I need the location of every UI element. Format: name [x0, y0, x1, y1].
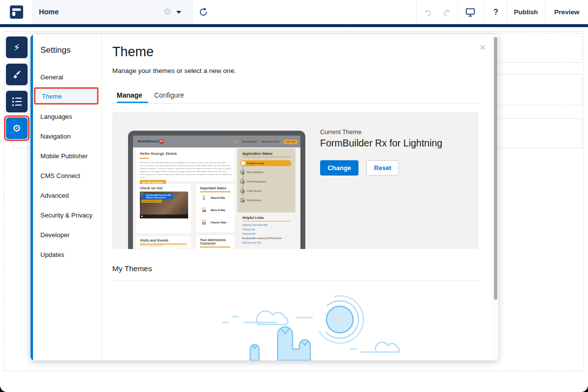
sidebar-item-general[interactable]: General	[40, 73, 63, 81]
check-icon: ✓	[241, 161, 245, 165]
sidebar-item-navigation[interactable]: Navigation	[40, 133, 70, 140]
sidebar-item-theme[interactable]: Theme	[42, 93, 62, 100]
settings-nav-panel: Settings General Theme Languages Navigat…	[33, 35, 102, 360]
divider	[483, 0, 484, 24]
change-theme-button[interactable]: Change	[320, 160, 359, 176]
preview-brand-badge: Rx	[159, 139, 164, 144]
settings-modal: Settings General Theme Languages Navigat…	[31, 35, 498, 360]
preview-status-step: Final Decision	[240, 198, 261, 203]
lock-icon	[240, 198, 245, 203]
current-theme-name: FormBuilder Rx for Lightning	[320, 138, 442, 149]
preview-device-icon[interactable]	[463, 0, 478, 24]
tab-manage[interactable]: Manage	[117, 91, 142, 99]
preview-header: EnrollmentRx Home My Application Applica…	[133, 136, 300, 147]
page-title: Theme	[112, 44, 154, 60]
preview-check-us-out-title: Check Us Out	[140, 186, 163, 190]
preview-status-step: Under Review	[240, 189, 261, 193]
close-icon[interactable]: ×	[480, 42, 486, 52]
preview-hero-card: Hello George Ziolek Welcome to the Enrol…	[136, 148, 234, 181]
sidebar-item-theme-highlight[interactable]: Theme	[34, 87, 98, 105]
page-selector[interactable]: Home ⚙	[33, 0, 192, 24]
preview-visit-row: Weekday Campus VisitsApr 25, 2022	[140, 247, 189, 249]
preview-link: EnrollmentRx University FAFSA School	[242, 237, 282, 240]
builder-logo-icon[interactable]	[10, 5, 23, 19]
preview-date-row: May1 Deposit Day	[200, 195, 225, 200]
divider	[192, 0, 193, 24]
help-button[interactable]: ?	[490, 0, 502, 24]
theme-thumbnail: EnrollmentRx Home My Application Applica…	[128, 131, 305, 249]
sidebar-item-updates[interactable]: Updates	[40, 251, 64, 258]
experience-builder-window: Home ⚙ ? Publish Preview ⚡	[0, 0, 588, 392]
preview-status-step: Start Application	[240, 170, 264, 175]
sidebar-item-mobile-publisher[interactable]: Mobile Publisher	[40, 152, 88, 160]
sidebar-item-languages[interactable]: Languages	[40, 113, 72, 120]
lightning-bolt-icon: ⚡	[13, 42, 20, 53]
reset-theme-button[interactable]: Reset	[366, 160, 399, 176]
preview-dates-card: Important Dates May1 Deposit Day August1…	[196, 184, 234, 232]
list-icon	[12, 98, 22, 106]
preview-video-playbar: ▶	[140, 214, 188, 218]
current-page-label[interactable]: Home	[39, 0, 59, 24]
preview-logout-button: LOG OUT	[284, 140, 297, 144]
preview-counselor-card: Your Admissions Counselor	[196, 235, 234, 249]
settings-panel-title: Settings	[40, 45, 70, 55]
preview-date-row: August18 Move In Day	[200, 207, 225, 213]
divider	[545, 0, 546, 24]
theme-preview-site: EnrollmentRx Home My Application Applica…	[133, 136, 300, 249]
divider	[112, 281, 479, 281]
divider	[507, 0, 507, 24]
lock-icon	[240, 170, 245, 175]
divider	[112, 103, 479, 104]
preview-welcome-title: Hello George Ziolek	[140, 151, 177, 156]
structure-panel-button[interactable]	[6, 91, 28, 112]
preview-nav: Home My Application Application History …	[232, 136, 297, 147]
lock-icon	[240, 179, 245, 184]
preview-link: Campus Life	[242, 228, 255, 231]
sidebar-item-security-privacy[interactable]: Security & Privacy	[40, 212, 92, 219]
scrollbar-thumb[interactable]	[494, 37, 497, 300]
tab-configure[interactable]: Configure	[154, 91, 184, 99]
empty-state-illustration	[203, 287, 449, 360]
publish-button[interactable]: Publish	[511, 0, 541, 24]
preview-button[interactable]: Preview	[549, 0, 585, 24]
preview-link: Planning Your Trip	[242, 242, 261, 244]
sidebar-item-developer[interactable]: Developer	[40, 231, 69, 239]
preview-link: Applying to EnrollmentRx	[242, 224, 268, 226]
preview-welcome-text: Welcome to the EnrollmentRx University A…	[140, 161, 232, 179]
preview-check-us-out-card: Check Us Out EnrollmentRx University | W…	[136, 184, 191, 233]
preview-visits-card: Visits and Events Check out upcoming vis…	[136, 236, 191, 249]
theme-panel-button[interactable]	[6, 64, 28, 85]
page-subtitle: Manage your themes or select a new one.	[112, 67, 236, 74]
preview-status-panel: Application Status ✓ Create Account Star…	[237, 148, 295, 213]
preview-video-subcaption: Visit EnrollmentRx University	[141, 200, 162, 203]
sidebar-item-advanced[interactable]: Advanced	[40, 192, 69, 199]
settings-button-highlight	[4, 115, 30, 141]
preview-video-caption: EnrollmentRx University | We Believe in …	[141, 193, 173, 199]
preview-counselor-title: Your Admissions Counselor	[200, 238, 234, 245]
paintbrush-icon	[12, 70, 22, 79]
play-icon: ▶	[141, 215, 143, 217]
components-panel-button[interactable]: ⚡	[6, 36, 28, 58]
my-themes-title: My Themes	[112, 264, 152, 273]
refresh-icon[interactable]	[196, 0, 211, 24]
preview-date-row: August22 Classes Start	[200, 219, 227, 225]
divider	[457, 0, 458, 24]
divider	[416, 0, 417, 24]
preview-links-title: Helpful Links	[242, 216, 264, 219]
preview-link: Financial Aid	[242, 233, 255, 235]
preview-status-title: Application Status	[242, 152, 272, 155]
preview-visits-title: Visits and Events	[140, 239, 168, 242]
sidebar-item-cms-connect[interactable]: CMS Connect	[40, 172, 80, 179]
page-settings-gear-icon[interactable]: ⚙	[163, 7, 171, 17]
top-toolbar: Home ⚙ ? Publish Preview	[0, 0, 588, 24]
preview-nav-my-application: My Application	[242, 141, 257, 143]
current-theme-card: EnrollmentRx Home My Application Applica…	[112, 112, 479, 249]
preview-dates-title: Important Dates	[200, 186, 226, 190]
modal-scrollbar[interactable]	[492, 35, 498, 360]
current-theme-label: Current Theme	[320, 129, 361, 136]
chevron-down-icon[interactable]	[176, 11, 181, 14]
toolbar-accent-bar	[0, 24, 588, 27]
preview-status-step-done: ✓ Create Account	[240, 160, 292, 166]
undo-icon	[420, 0, 435, 24]
lock-icon	[240, 189, 245, 193]
